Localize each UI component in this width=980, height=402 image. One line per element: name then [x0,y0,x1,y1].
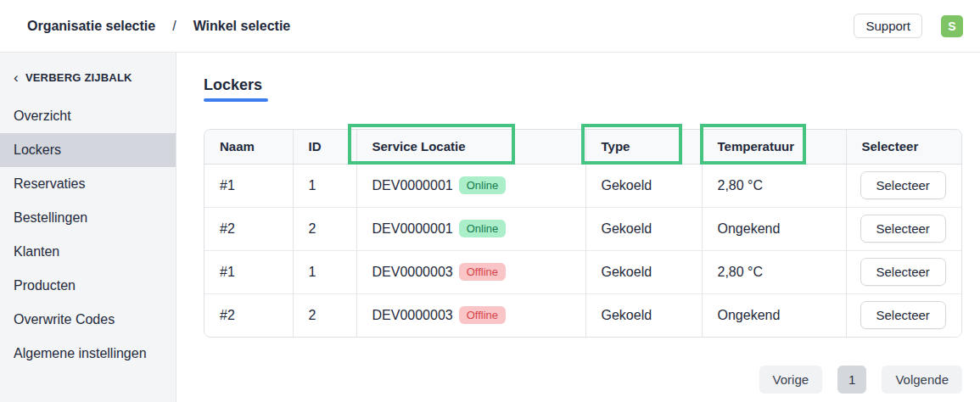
column-header-temperatuur: Temperatuur [702,130,846,164]
chevron-left-icon: ‹ [14,74,19,82]
cell-selecteer: Selecteer [846,293,962,337]
breadcrumb: Organisatie selectie / Winkel selectie [27,19,290,34]
cell-selecteer: Selecteer [846,164,962,207]
status-badge: Online [459,176,507,194]
column-header-selecteer: Selecteer [846,130,962,164]
status-badge: Offline [459,306,506,324]
cell-type: Gekoeld [585,164,702,207]
cell-service-locatie: DEV0000003Offline [356,293,585,337]
selecteer-button[interactable]: Selecteer [860,301,946,329]
column-header-service-locatie: Service Locatie [356,130,585,164]
breadcrumb-organisatie-selectie[interactable]: Organisatie selectie [27,19,155,34]
cell-temperatuur: Ongekend [702,293,846,337]
sidebar-item-bestellingen[interactable]: Bestellingen [0,201,176,235]
sidebar-nav: Overzicht Lockers Reservaties Bestelling… [0,99,176,371]
cell-naam: #1 [204,164,293,207]
cell-selecteer: Selecteer [846,207,962,250]
cell-temperatuur: 2,80 °C [702,164,846,207]
breadcrumb-separator: / [166,19,182,34]
body-row: ‹ VERBERG ZIJBALK Overzicht Lockers Rese… [0,53,980,402]
cell-temperatuur: Ongekend [702,207,846,250]
cell-selecteer: Selecteer [846,250,962,293]
selecteer-button[interactable]: Selecteer [860,215,946,243]
sidebar-item-algemene-instellingen[interactable]: Algemene instellingen [0,337,176,371]
table-row: #2 2 DEV0000003Offline Gekoeld Ongekend … [204,293,962,337]
table-row: #1 1 DEV0000001Online Gekoeld 2,80 °C Se… [204,164,962,207]
cell-service-locatie: DEV0000001Online [356,207,585,250]
column-header-id: ID [293,130,356,164]
cell-temperatuur: 2,80 °C [702,250,846,293]
table-row: #1 1 DEV0000003Offline Gekoeld 2,80 °C S… [204,250,962,293]
column-header-naam: Naam [204,130,293,164]
cell-id: 2 [293,293,356,337]
device-code: DEV0000001 [372,221,453,236]
sidebar: ‹ VERBERG ZIJBALK Overzicht Lockers Rese… [0,53,176,402]
pagination: Vorige 1 Volgende [204,366,962,394]
device-code: DEV0000003 [372,308,453,322]
main-content: Lockers Naam ID Service Locatie Type [176,53,980,402]
cell-naam: #1 [204,250,293,293]
sidebar-item-overwrite-codes[interactable]: Overwrite Codes [0,303,176,337]
sidebar-item-reservaties[interactable]: Reservaties [0,167,176,201]
status-badge: Online [459,220,507,237]
page: Organisatie selectie / Winkel selectie S… [0,0,980,402]
table-header: Naam ID Service Locatie Type Temperatuur… [204,130,962,164]
device-code: DEV0000003 [372,265,453,279]
cell-service-locatie: DEV0000001Online [356,164,585,207]
selecteer-button[interactable]: Selecteer [860,258,946,286]
cell-type: Gekoeld [585,250,702,293]
selecteer-button[interactable]: Selecteer [860,171,946,199]
sidebar-collapse-label: VERBERG ZIJBALK [25,71,132,84]
top-bar: Organisatie selectie / Winkel selectie S… [0,0,980,53]
cell-id: 1 [293,250,356,293]
column-header-type: Type [585,130,702,164]
table-row: #2 2 DEV0000001Online Gekoeld Ongekend S… [204,207,962,250]
cell-naam: #2 [204,207,293,250]
lockers-table: Naam ID Service Locatie Type Temperatuur… [204,129,962,338]
cell-naam: #2 [204,293,293,337]
sidebar-item-lockers[interactable]: Lockers [0,133,176,167]
status-badge: Offline [459,263,506,281]
sidebar-item-overzicht[interactable]: Overzicht [0,99,176,133]
sidebar-item-klanten[interactable]: Klanten [0,235,176,269]
sidebar-collapse-button[interactable]: ‹ VERBERG ZIJBALK [0,53,176,98]
cell-type: Gekoeld [585,293,702,337]
pagination-prev-button[interactable]: Vorige [759,366,823,394]
title-active-underline [204,98,268,102]
topbar-actions: Support S [854,14,963,38]
support-button[interactable]: Support [854,14,922,38]
cell-service-locatie: DEV0000003Offline [356,250,585,293]
breadcrumb-winkel-selectie[interactable]: Winkel selectie [193,19,291,34]
page-title: Lockers [204,76,262,94]
cell-id: 2 [293,207,356,250]
device-code: DEV0000001 [372,178,453,193]
cell-id: 1 [293,164,356,207]
sidebar-item-producten[interactable]: Producten [0,269,176,303]
pagination-page-1[interactable]: 1 [837,366,866,394]
pagination-next-button[interactable]: Volgende [882,366,962,394]
avatar[interactable]: S [941,15,963,37]
cell-type: Gekoeld [585,207,702,250]
